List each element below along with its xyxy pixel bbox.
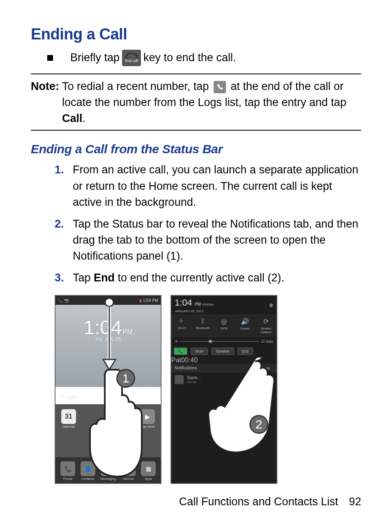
bullet-marker bbox=[47, 55, 53, 61]
divider-top bbox=[31, 74, 361, 74]
footer-page-number: 92 bbox=[349, 495, 361, 508]
gps-icon: ◎ bbox=[213, 318, 234, 325]
sub-heading: Ending a Call from the Status Bar bbox=[31, 142, 361, 156]
notification-item: Sams...Set up bbox=[171, 373, 277, 387]
step-text: Tap the Status bar to reveal the Notific… bbox=[73, 218, 358, 262]
step-1: 1. From an active call, you can launch a… bbox=[55, 162, 361, 210]
quick-toggles: ᯤWi-Fi ᛒBluetooth ◎GPS 🔊Sound ⟳Screen ro… bbox=[171, 315, 277, 337]
bullet-item: Briefly tap End call key to end the call… bbox=[47, 50, 361, 66]
note-line1-before: To redial a recent number, tap bbox=[59, 80, 212, 92]
sound-icon: 🔊 bbox=[235, 318, 256, 325]
clock-widget: 1:04PM Fri, Jan 25 bbox=[55, 316, 161, 343]
step-text-after: to end the currently active call (2). bbox=[115, 272, 284, 284]
end-call-icon: End call bbox=[122, 50, 141, 66]
note-block: Note: To redial a recent number, tap at … bbox=[31, 78, 361, 127]
google-search-bar: Google bbox=[55, 390, 161, 404]
speaker-button: Speaker bbox=[211, 348, 234, 355]
bluetooth-icon: ᛒ bbox=[192, 318, 213, 325]
note-label: Note: bbox=[31, 80, 59, 92]
end-call-icon-label: End call bbox=[125, 59, 138, 64]
step-text-before: Tap bbox=[73, 272, 94, 284]
step-bold: End bbox=[94, 272, 115, 284]
step-3: 3. Tap End to end the currently active c… bbox=[55, 270, 361, 286]
screenshot-1: 📞 📷 ▮ 1:04 PM 1:04PM Fri, Jan 25 Google … bbox=[55, 295, 161, 484]
page-heading: Ending a Call bbox=[31, 25, 361, 43]
bullet-text-before: Briefly tap bbox=[70, 51, 120, 65]
footer-section: Call Functions and Contacts List bbox=[179, 495, 338, 508]
ongoing-call-controls: 📞 Mute Speaker End bbox=[171, 346, 277, 357]
phone-icon: 📞 bbox=[174, 348, 187, 355]
brightness-slider: ☀ ☑ Auto bbox=[171, 337, 277, 346]
dock: 📞Phone 👤Contacts ✉Messaging 🌐Internet ▦A… bbox=[55, 457, 161, 483]
redial-icon bbox=[214, 81, 226, 93]
note-call-bold: Call bbox=[62, 112, 83, 124]
callout-2: 2 bbox=[249, 415, 268, 434]
divider-bottom bbox=[31, 130, 361, 131]
brightness-icon: ☀ bbox=[175, 339, 178, 343]
step-2: 2. Tap the Status bar to reveal the Noti… bbox=[55, 216, 361, 264]
step-num: 2. bbox=[55, 216, 64, 232]
status-time: ▮ 1:04 PM bbox=[139, 298, 158, 303]
home-icon-calendar: 31 Calendar bbox=[60, 409, 78, 428]
end-button: End bbox=[238, 348, 253, 355]
note-line2-before: locate the number from the Logs list, ta… bbox=[62, 96, 346, 108]
caller-name: Pat bbox=[171, 357, 181, 364]
page-footer: Call Functions and Contacts List 92 bbox=[179, 495, 361, 508]
wifi-icon: ᯤ bbox=[171, 318, 192, 325]
mute-button: Mute bbox=[191, 348, 208, 355]
screenshot-2: 1:04 PM FRIDAYJANUARY 25, 2013 ⚙ ᯤWi-Fi … bbox=[171, 295, 277, 484]
note-line1-after: at the end of the call or bbox=[231, 80, 344, 92]
notifications-label: Notifications bbox=[175, 366, 197, 371]
step-text: From an active call, you can launch a se… bbox=[73, 164, 358, 208]
rotate-icon: ⟳ bbox=[256, 318, 277, 325]
call-duration: 00:40 bbox=[181, 357, 198, 364]
clear-button: Clear bbox=[257, 366, 273, 371]
home-widget-area: 1:04PM Fri, Jan 25 bbox=[55, 305, 161, 387]
steps-list: 1. From an active call, you can launch a… bbox=[31, 162, 361, 286]
note-line2-after: . bbox=[83, 112, 86, 124]
status-bar: 📞 📷 ▮ 1:04 PM bbox=[55, 296, 161, 305]
step-num: 1. bbox=[55, 162, 64, 178]
settings-icon: ⚙ bbox=[269, 303, 273, 308]
home-icon-playstore: ▶ Play Store bbox=[138, 409, 157, 428]
step-num: 3. bbox=[55, 270, 64, 286]
bullet-text-after: key to end the call. bbox=[143, 51, 236, 65]
status-left-icons: 📞 📷 bbox=[58, 298, 69, 303]
